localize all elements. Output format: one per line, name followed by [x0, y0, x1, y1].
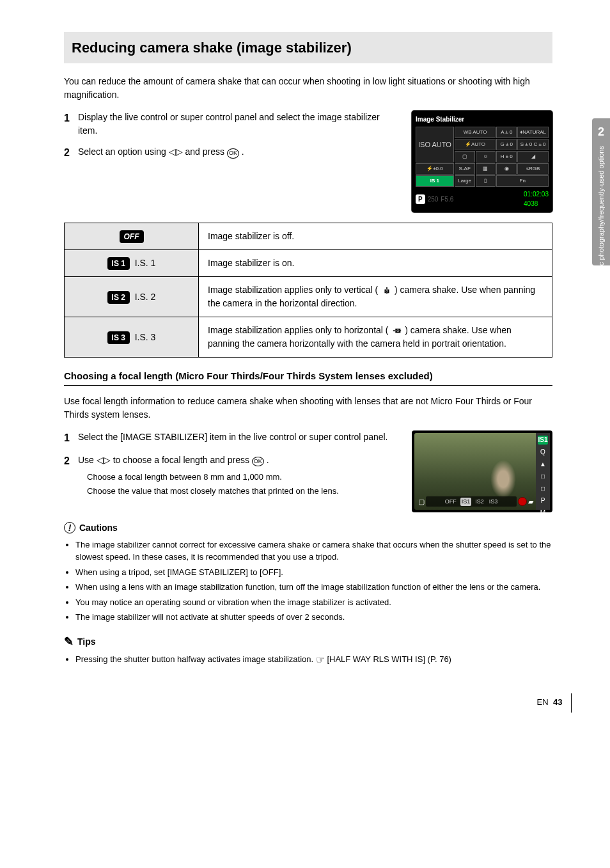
caution-icon: ! — [64, 522, 75, 533]
sp-counter: 01:02:03 4038 — [524, 189, 549, 209]
sp-wb: WB AUTO — [455, 127, 496, 138]
sp-meter: ▦ — [476, 163, 496, 175]
live-side-menu: IS1 Q ▲ □ □ P M — [536, 433, 550, 510]
step-text: Select an option using ◁▷ and press OK . — [78, 145, 399, 161]
step-text: Display the live control or super contro… — [78, 111, 399, 138]
sp-grad: ◢ — [517, 151, 549, 162]
ok-icon: OK — [252, 457, 264, 467]
tip-ref: [HALF WAY RLS WITH IS] (P. 76) — [327, 654, 451, 664]
sp-saf: S-AF — [455, 163, 475, 175]
mode-label: I.S. 3 — [135, 332, 156, 342]
sp-face: ☺ — [476, 151, 496, 162]
super-control-panel: Image Stabilizer ISO AUTO WB AUTO A ± 0 … — [412, 111, 552, 212]
record-icon — [518, 497, 527, 506]
sp-srgb: sRGB — [517, 163, 549, 175]
tips-title: Tips — [77, 635, 96, 649]
sp-s0c0: S ± 0 C ± 0 — [517, 139, 549, 150]
table-row: IS 1 I.S. 1 Image stabilizer is on. — [65, 250, 552, 277]
page-lang: EN — [537, 697, 549, 707]
caution-item: When using a lens with an image stabiliz… — [75, 581, 552, 594]
step-text: Select the [IMAGE STABILIZER] item in th… — [78, 430, 399, 446]
sp-h0: H ± 0 — [496, 151, 517, 162]
reference-icon: ☞ — [316, 654, 325, 665]
sp-g0: G ± 0 — [496, 139, 517, 150]
side-opt: M — [538, 509, 548, 517]
mode-badge-off: OFF — [120, 230, 144, 243]
side-tab-num: 2 — [592, 123, 610, 141]
sp-fcomp: ⚡±0.0 — [416, 163, 454, 175]
table-row: OFF Image stabilizer is off. — [65, 223, 552, 250]
caution-item: When using a tripod, set [IMAGE STABILIZ… — [75, 566, 552, 579]
sp-mode: P — [416, 194, 425, 204]
step-number: 1 — [64, 430, 78, 446]
cautions-list: The image stabilizer cannot correct for … — [64, 539, 552, 624]
caution-item: The image stabilizer cannot correct for … — [75, 539, 552, 564]
focal-heading: Choosing a focal length (Micro Four Thir… — [64, 369, 552, 386]
intro-text: You can reduce the amount of camera shak… — [64, 75, 552, 102]
sp-large: Large — [455, 175, 475, 187]
left-right-icon: ◁▷ — [97, 455, 111, 465]
sp-shutter: 250 — [428, 194, 439, 204]
sp-iso: ISO AUTO — [416, 127, 454, 162]
tips-list: Pressing the shutter button halfway acti… — [64, 652, 552, 668]
tips-icon: ✎ — [64, 636, 74, 647]
caution-item: You may notice an operating sound or vib… — [75, 596, 552, 609]
bullet: Choose a focal length between 8 mm and 1… — [87, 471, 399, 484]
step-number: 1 — [64, 111, 78, 138]
sp-is-selected: IS 1 — [416, 175, 454, 187]
mode-desc: Image stabilization applies only to hori… — [199, 317, 552, 358]
side-opt: □ — [538, 484, 548, 493]
table-row: IS 3 I.S. 3 Image stabilization applies … — [65, 317, 552, 358]
step2-a: Select an option using — [78, 146, 169, 157]
page-number: 43 — [553, 697, 562, 707]
mode-label: I.S. 2 — [135, 292, 156, 302]
sp-flashauto: ⚡AUTO — [455, 139, 496, 150]
sp-a0: A ± 0 — [496, 127, 517, 138]
cautions-title: Cautions — [79, 521, 118, 535]
table-row: IS 2 I.S. 2 Image stabilization applies … — [65, 277, 552, 317]
mode-desc: Image stabilizer is off. — [199, 223, 552, 250]
live-control-preview: IS1 Q ▲ □ □ P M ▢ OFF IS1 IS2 IS3 ▰ — [412, 430, 552, 512]
side-is1: IS1 — [538, 436, 548, 445]
mode-table: OFF Image stabilizer is off. IS 1 I.S. 1… — [64, 223, 552, 358]
mode-badge-is3: IS 3 — [107, 331, 130, 344]
focal-desc: Use focal length information to reduce c… — [64, 395, 552, 422]
is-option-track: OFF IS1 IS2 IS3 — [426, 496, 517, 507]
caution-item: The image stabilizer will not activate a… — [75, 611, 552, 624]
step-text: Use ◁▷ to choose a focal length and pres… — [78, 455, 269, 465]
mode-desc: Image stabilizer is on. — [199, 250, 552, 277]
side-opt: ▲ — [538, 460, 548, 469]
side-opt: P — [538, 496, 548, 505]
step-number: 2 — [64, 454, 78, 500]
sp-afarea: ▢ — [455, 151, 475, 162]
bullet: Choose the value that most closely match… — [87, 485, 399, 498]
mode-desc: Image stabilization applies only to vert… — [199, 277, 552, 317]
step2-b: and press — [185, 146, 227, 157]
sp-globe: ◉ — [496, 163, 517, 175]
step-number: 2 — [64, 145, 78, 161]
movie-icon: ▰ — [528, 496, 533, 507]
mode-badge-is1: IS 1 — [107, 257, 130, 270]
mode-label: I.S. 1 — [135, 258, 156, 268]
side-opt: Q — [538, 448, 548, 457]
sp-aperture: F5.6 — [441, 194, 453, 204]
sp-nat: ♦NATURAL — [517, 127, 549, 138]
side-tab-label: Basic photography/frequently-used option… — [596, 146, 607, 280]
sp-aspect: ▯ — [476, 175, 496, 187]
horizontal-shake-icon — [392, 326, 402, 335]
vertical-shake-icon — [382, 286, 392, 295]
step2-c: . — [242, 146, 244, 157]
sp-fn: Fn — [496, 175, 549, 187]
tip-item: Pressing the shutter button halfway acti… — [75, 652, 552, 668]
sp-title: Image Stabilizer — [416, 114, 549, 124]
camera-icon: ▢ — [418, 496, 425, 507]
side-opt: □ — [538, 472, 548, 481]
ok-icon: OK — [227, 148, 239, 159]
mode-badge-is2: IS 2 — [107, 291, 130, 304]
left-right-icon: ◁▷ — [169, 146, 183, 157]
section-title: Reducing camera shake (image stabilizer) — [64, 32, 552, 63]
